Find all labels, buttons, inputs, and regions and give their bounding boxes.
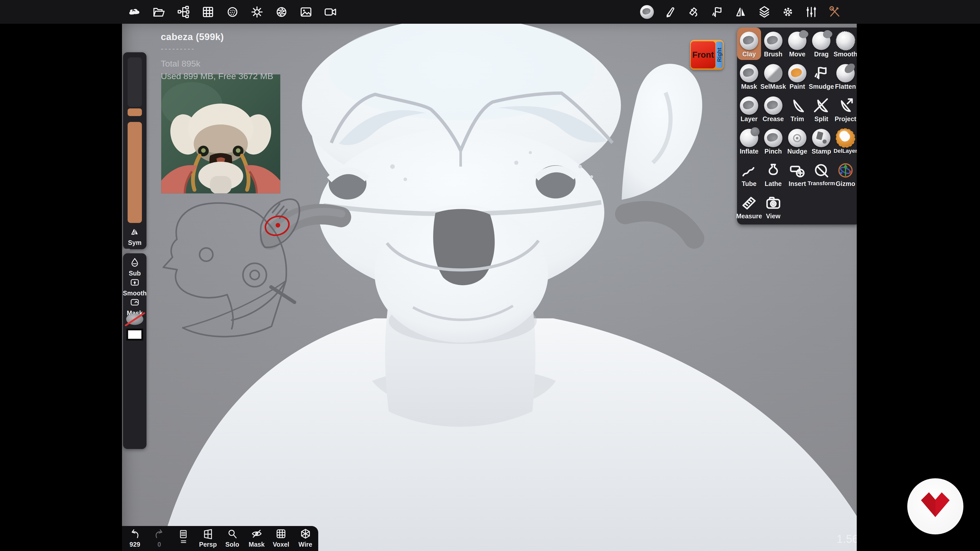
tool-paint[interactable]: Paint [785, 60, 809, 92]
solo-toggle[interactable]: Solo [221, 528, 244, 548]
symmetry-toggle-label: Sym [128, 239, 142, 246]
pinch-ball-icon [764, 128, 783, 148]
paint-roller-icon[interactable] [687, 5, 701, 19]
tool-smooth[interactable]: Smooth [834, 27, 858, 60]
tool-split[interactable]: Split [809, 92, 833, 125]
tool-label: Clay [742, 51, 756, 58]
tools-panel: Clay Brush Move Drag Smooth Mask SelMask… [737, 27, 858, 224]
voxel-toggle[interactable]: Voxel [269, 528, 293, 548]
stamp-ball-icon [812, 128, 830, 148]
tool-label: Smudge [809, 83, 834, 90]
undo-count: 929 [130, 541, 140, 548]
tool-view[interactable]: View [761, 189, 785, 222]
tool-trim[interactable]: Trim [785, 92, 809, 125]
tool-label: Inflate [740, 148, 759, 155]
reference-image [161, 75, 280, 193]
sub-toggle-label: Sub [129, 270, 141, 277]
light-sun-icon[interactable] [250, 5, 264, 19]
brush-options-panel: Sub Smooth Mask [123, 253, 146, 449]
scene-info: cabeza (599k) --------- Total 895k Used … [161, 32, 273, 81]
tool-label: Insert [789, 180, 806, 187]
split-knife-icon [812, 96, 830, 115]
persp-toggle[interactable]: Persp [197, 528, 220, 548]
tool-lathe[interactable]: Lathe [761, 157, 785, 189]
tool-drag[interactable]: Drag [809, 27, 833, 60]
node-graph-icon[interactable] [176, 5, 191, 19]
tool-layer[interactable]: Layer [737, 92, 761, 125]
voxel-label: Voxel [273, 541, 290, 548]
intensity-slider[interactable] [127, 57, 142, 107]
tool-flatten[interactable]: Flatten [834, 60, 858, 92]
radius-slider[interactable] [127, 122, 142, 223]
dellayer-ball-icon [836, 128, 855, 148]
selmask-ball-icon [764, 64, 783, 83]
tool-label: Stamp [811, 148, 831, 155]
tool-tube[interactable]: Tube [737, 157, 761, 189]
tool-nudge[interactable]: Nudge [785, 125, 809, 157]
camera-video-icon[interactable] [323, 5, 338, 19]
solo-label: Solo [225, 541, 239, 548]
tool-label: Mask [741, 83, 757, 90]
smooth-ball-icon [836, 31, 855, 51]
matcap-sphere-icon[interactable] [225, 5, 240, 19]
tool-label: Tube [741, 180, 756, 187]
tool-gizmo[interactable]: Gizmo [834, 157, 858, 189]
background-image-icon[interactable] [299, 5, 313, 19]
tool-crease[interactable]: Crease [761, 92, 785, 125]
color-swatch[interactable] [126, 329, 143, 341]
scene-memory-stats: Used 899 MB, Free 3672 MB [161, 71, 273, 81]
material-preview[interactable] [123, 311, 146, 327]
tool-stamp[interactable]: Stamp [809, 125, 833, 157]
symmetry-mirror-icon[interactable] [733, 5, 748, 19]
smudge-hand-icon[interactable] [710, 5, 725, 19]
undo-button[interactable]: 929 [123, 528, 146, 548]
adjust-sliders-icon[interactable] [804, 5, 819, 19]
intensity-slider-handle[interactable] [127, 108, 142, 116]
tools-crossed-icon[interactable] [827, 5, 842, 19]
tool-label: DelLayer [834, 148, 857, 154]
move-ball-icon [788, 31, 807, 51]
tool-insert[interactable]: Insert [785, 157, 809, 189]
scene-list-button[interactable] [172, 528, 195, 546]
persp-label: Persp [199, 541, 217, 548]
mask-view-toggle[interactable]: Mask [245, 528, 268, 548]
tool-transform[interactable]: Transform [809, 157, 833, 189]
tool-inflate[interactable]: Inflate [737, 125, 761, 157]
tool-move[interactable]: Move [785, 27, 809, 60]
nomad-logo-icon[interactable] [127, 5, 142, 19]
view-cube[interactable]: Front Right [690, 40, 724, 70]
settings-gear-icon[interactable] [780, 5, 795, 19]
tool-label: Gizmo [836, 180, 855, 187]
gizmo-rings-icon [836, 161, 855, 180]
wire-toggle[interactable]: Wire [294, 528, 317, 548]
smudge-hand-icon [812, 64, 830, 83]
tool-mask[interactable]: Mask [737, 60, 761, 92]
pencil-icon[interactable] [663, 5, 678, 19]
view-cube-front-face[interactable]: Front [691, 41, 715, 68]
smooth-toggle[interactable]: Smooth [123, 277, 146, 297]
tool-label: Split [815, 115, 828, 123]
layers-stack-icon[interactable] [757, 5, 772, 19]
tool-measure[interactable]: Measure [737, 189, 761, 222]
symmetry-toggle[interactable]: Sym [123, 226, 146, 246]
tool-label: Smooth [834, 51, 857, 58]
tool-smudge[interactable]: Smudge [809, 60, 833, 92]
view-cube-right-face[interactable]: Right [716, 41, 723, 68]
render-aperture-icon[interactable] [274, 5, 289, 19]
wire-label: Wire [299, 541, 312, 548]
tool-brush[interactable]: Brush [761, 27, 785, 60]
material-ball-icon[interactable] [640, 5, 654, 19]
grid-icon[interactable] [200, 5, 215, 19]
tool-pinch[interactable]: Pinch [761, 125, 785, 157]
transform-circle-icon [812, 161, 830, 180]
sub-toggle[interactable]: Sub [123, 257, 146, 277]
tube-squiggle-icon [740, 161, 758, 180]
top-toolbar [0, 0, 980, 24]
tool-selmask[interactable]: SelMask [761, 60, 785, 92]
open-folder-icon[interactable] [151, 5, 166, 19]
tool-project[interactable]: Project [834, 92, 858, 125]
redo-button[interactable]: 0 [148, 528, 171, 548]
tool-clay[interactable]: Clay [737, 27, 761, 60]
tool-dellayer[interactable]: DelLayer [834, 125, 858, 157]
bottom-toolbar: 929 0 Persp Solo Mask Voxel Wire [122, 526, 318, 551]
